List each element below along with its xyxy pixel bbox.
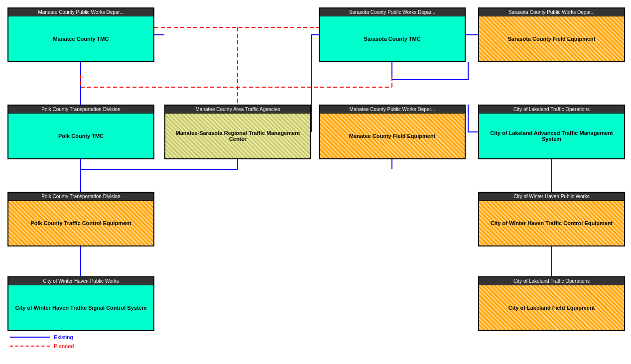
- lakeland-field-body: City of Lakeland Field Equipment: [479, 285, 624, 330]
- sarasota-field-node: Sarasota County Public Works Depar... Sa…: [478, 7, 625, 62]
- legend: Existing Planned: [10, 334, 74, 349]
- legend-existing: Existing: [10, 334, 74, 340]
- sarasota-tmc-header: Sarasota County Public Works Depar...: [320, 8, 465, 16]
- winter-haven-signal-body: City of Winter Haven Traffic Signal Cont…: [8, 285, 153, 330]
- lakeland-atms-header: City of Lakeland Traffic Operations: [479, 106, 624, 114]
- polk-field-header: Polk County Transportation Division: [8, 193, 153, 201]
- sarasota-tmc-node: Sarasota County Public Works Depar... Sa…: [319, 7, 466, 62]
- winter-haven-signal-header: City of Winter Haven Public Works: [8, 277, 153, 285]
- legend-existing-line: [10, 337, 50, 338]
- manatee-field-header: Manatee County Public Works Depar...: [320, 106, 465, 114]
- manatee-sarasota-rtmc-header: Manatee County Area Traffic Agencies: [165, 106, 310, 114]
- sarasota-tmc-body: Sarasota County TMC: [320, 16, 465, 61]
- polk-tmc-body: Polk County TMC: [8, 114, 153, 158]
- winter-haven-field-node: City of Winter Haven Public Works City o…: [478, 192, 625, 246]
- manatee-sarasota-rtmc-body: Manatee-Sarasota Regional Traffic Manage…: [165, 114, 310, 158]
- winter-haven-signal-node: City of Winter Haven Public Works City o…: [7, 276, 154, 331]
- manatee-sarasota-rtmc-node: Manatee County Area Traffic Agencies Man…: [164, 105, 311, 159]
- winter-haven-field-header: City of Winter Haven Public Works: [479, 193, 624, 201]
- diagram-container: Manatee County Public Works Depar... Man…: [0, 0, 631, 364]
- manatee-field-node: Manatee County Public Works Depar... Man…: [319, 105, 466, 159]
- polk-tmc-node: Polk County Transportation Division Polk…: [7, 105, 154, 159]
- manatee-tmc-header: Manatee County Public Works Depar...: [8, 8, 153, 16]
- legend-planned-label: Planned: [54, 343, 74, 349]
- lakeland-atms-body: City of Lakeland Advanced Traffic Manage…: [479, 114, 624, 158]
- manatee-tmc-body: Manatee County TMC: [8, 16, 153, 61]
- polk-field-body: Polk County Traffic Control Equipment: [8, 201, 153, 245]
- lakeland-field-node: City of Lakeland Traffic Operations City…: [478, 276, 625, 331]
- legend-planned: Planned: [10, 343, 74, 349]
- polk-tmc-header: Polk County Transportation Division: [8, 106, 153, 114]
- lakeland-field-header: City of Lakeland Traffic Operations: [479, 277, 624, 285]
- lakeland-atms-node: City of Lakeland Traffic Operations City…: [478, 105, 625, 159]
- legend-planned-line: [10, 346, 50, 347]
- legend-existing-label: Existing: [54, 334, 73, 340]
- manatee-field-body: Manatee County Field Equipment: [320, 114, 465, 158]
- polk-field-node: Polk County Transportation Division Polk…: [7, 192, 154, 246]
- sarasota-field-header: Sarasota County Public Works Depar...: [479, 8, 624, 16]
- manatee-tmc-node: Manatee County Public Works Depar... Man…: [7, 7, 154, 62]
- sarasota-field-body: Sarasota County Field Equipment: [479, 16, 624, 61]
- winter-haven-field-body: City of Winter Haven Traffic Control Equ…: [479, 201, 624, 245]
